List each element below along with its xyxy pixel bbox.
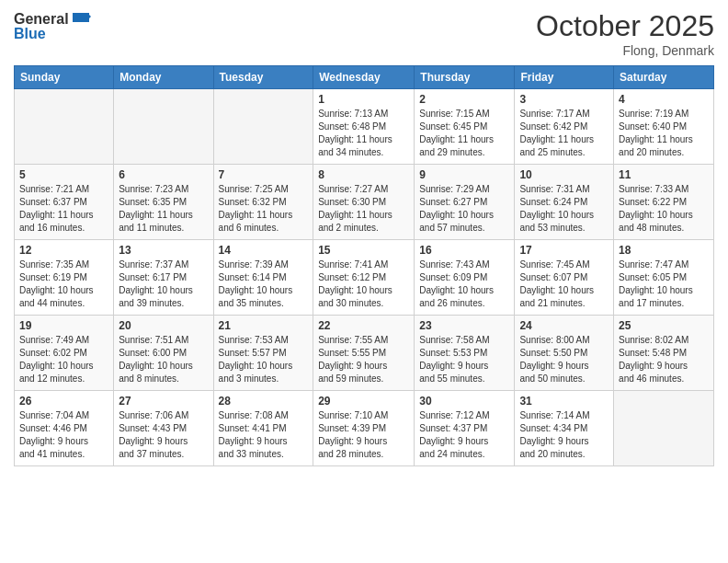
col-tuesday: Tuesday bbox=[213, 66, 313, 89]
calendar-cell-0-2 bbox=[213, 89, 313, 165]
col-monday: Monday bbox=[114, 66, 213, 89]
calendar-cell-1-5: 10Sunrise: 7:31 AM Sunset: 6:24 PM Dayli… bbox=[515, 165, 614, 240]
day-number: 16 bbox=[419, 244, 509, 257]
week-row-1: 1Sunrise: 7:13 AM Sunset: 6:48 PM Daylig… bbox=[15, 89, 714, 165]
calendar-cell-0-0 bbox=[15, 89, 114, 165]
day-number: 11 bbox=[619, 168, 709, 181]
calendar-cell-2-6: 18Sunrise: 7:47 AM Sunset: 6:05 PM Dayli… bbox=[614, 240, 714, 316]
col-thursday: Thursday bbox=[415, 66, 515, 89]
calendar-cell-4-6 bbox=[614, 391, 714, 466]
day-info: Sunrise: 8:02 AM Sunset: 5:48 PM Dayligh… bbox=[619, 334, 709, 385]
calendar-cell-2-3: 15Sunrise: 7:41 AM Sunset: 6:12 PM Dayli… bbox=[313, 240, 415, 316]
day-info: Sunrise: 7:35 AM Sunset: 6:19 PM Dayligh… bbox=[19, 259, 108, 310]
day-info: Sunrise: 7:47 AM Sunset: 6:05 PM Dayligh… bbox=[619, 259, 709, 310]
day-number: 30 bbox=[419, 395, 509, 408]
day-number: 3 bbox=[519, 93, 609, 106]
logo: General Blue bbox=[14, 9, 91, 42]
day-number: 8 bbox=[318, 168, 409, 181]
header: General Blue October 2025 Flong, Denmark bbox=[14, 9, 714, 58]
day-info: Sunrise: 7:51 AM Sunset: 6:00 PM Dayligh… bbox=[119, 334, 208, 385]
day-info: Sunrise: 7:15 AM Sunset: 6:45 PM Dayligh… bbox=[419, 108, 509, 159]
day-number: 5 bbox=[19, 168, 108, 181]
day-info: Sunrise: 7:33 AM Sunset: 6:22 PM Dayligh… bbox=[619, 183, 709, 235]
day-info: Sunrise: 7:49 AM Sunset: 6:02 PM Dayligh… bbox=[19, 334, 108, 385]
calendar-cell-0-3: 1Sunrise: 7:13 AM Sunset: 6:48 PM Daylig… bbox=[313, 89, 415, 165]
day-number: 31 bbox=[519, 395, 609, 408]
day-number: 29 bbox=[318, 395, 409, 408]
calendar-cell-2-2: 14Sunrise: 7:39 AM Sunset: 6:14 PM Dayli… bbox=[213, 240, 313, 316]
col-saturday: Saturday bbox=[614, 66, 714, 89]
calendar-table: Sunday Monday Tuesday Wednesday Thursday… bbox=[14, 65, 714, 466]
calendar-cell-1-3: 8Sunrise: 7:27 AM Sunset: 6:30 PM Daylig… bbox=[313, 165, 415, 240]
location: Flong, Denmark bbox=[536, 43, 714, 58]
day-info: Sunrise: 7:27 AM Sunset: 6:30 PM Dayligh… bbox=[318, 183, 409, 235]
col-friday: Friday bbox=[515, 66, 614, 89]
calendar-cell-4-4: 30Sunrise: 7:12 AM Sunset: 4:37 PM Dayli… bbox=[415, 391, 515, 466]
calendar-cell-4-2: 28Sunrise: 7:08 AM Sunset: 4:41 PM Dayli… bbox=[213, 391, 313, 466]
day-info: Sunrise: 7:58 AM Sunset: 5:53 PM Dayligh… bbox=[419, 334, 509, 385]
day-info: Sunrise: 7:29 AM Sunset: 6:27 PM Dayligh… bbox=[419, 183, 509, 235]
day-info: Sunrise: 7:06 AM Sunset: 4:43 PM Dayligh… bbox=[119, 409, 208, 461]
day-info: Sunrise: 7:10 AM Sunset: 4:39 PM Dayligh… bbox=[318, 409, 409, 461]
calendar-cell-0-1 bbox=[114, 89, 213, 165]
day-number: 22 bbox=[318, 319, 409, 332]
calendar-cell-3-6: 25Sunrise: 8:02 AM Sunset: 5:48 PM Dayli… bbox=[614, 316, 714, 391]
calendar-cell-1-0: 5Sunrise: 7:21 AM Sunset: 6:37 PM Daylig… bbox=[15, 165, 114, 240]
day-number: 21 bbox=[219, 319, 309, 332]
calendar-cell-4-5: 31Sunrise: 7:14 AM Sunset: 4:34 PM Dayli… bbox=[515, 391, 614, 466]
calendar-cell-1-2: 7Sunrise: 7:25 AM Sunset: 6:32 PM Daylig… bbox=[213, 165, 313, 240]
calendar-cell-4-1: 27Sunrise: 7:06 AM Sunset: 4:43 PM Dayli… bbox=[114, 391, 213, 466]
day-info: Sunrise: 8:00 AM Sunset: 5:50 PM Dayligh… bbox=[519, 334, 609, 385]
day-number: 23 bbox=[419, 319, 509, 332]
day-number: 13 bbox=[119, 244, 208, 257]
week-row-5: 26Sunrise: 7:04 AM Sunset: 4:46 PM Dayli… bbox=[15, 391, 714, 466]
calendar-cell-3-5: 24Sunrise: 8:00 AM Sunset: 5:50 PM Dayli… bbox=[515, 316, 614, 391]
day-number: 26 bbox=[19, 395, 108, 408]
day-info: Sunrise: 7:14 AM Sunset: 4:34 PM Dayligh… bbox=[519, 409, 609, 461]
day-info: Sunrise: 7:21 AM Sunset: 6:37 PM Dayligh… bbox=[19, 183, 108, 235]
calendar-cell-3-2: 21Sunrise: 7:53 AM Sunset: 5:57 PM Dayli… bbox=[213, 316, 313, 391]
calendar-cell-3-0: 19Sunrise: 7:49 AM Sunset: 6:02 PM Dayli… bbox=[15, 316, 114, 391]
calendar-cell-4-3: 29Sunrise: 7:10 AM Sunset: 4:39 PM Dayli… bbox=[313, 391, 415, 466]
week-row-4: 19Sunrise: 7:49 AM Sunset: 6:02 PM Dayli… bbox=[15, 316, 714, 391]
calendar-cell-0-6: 4Sunrise: 7:19 AM Sunset: 6:40 PM Daylig… bbox=[614, 89, 714, 165]
day-info: Sunrise: 7:19 AM Sunset: 6:40 PM Dayligh… bbox=[619, 108, 709, 159]
day-info: Sunrise: 7:12 AM Sunset: 4:37 PM Dayligh… bbox=[419, 409, 509, 461]
calendar-cell-1-4: 9Sunrise: 7:29 AM Sunset: 6:27 PM Daylig… bbox=[415, 165, 515, 240]
day-info: Sunrise: 7:08 AM Sunset: 4:41 PM Dayligh… bbox=[219, 409, 309, 461]
col-wednesday: Wednesday bbox=[313, 66, 415, 89]
day-info: Sunrise: 7:13 AM Sunset: 6:48 PM Dayligh… bbox=[318, 108, 409, 159]
title-section: October 2025 Flong, Denmark bbox=[536, 9, 714, 58]
week-row-2: 5Sunrise: 7:21 AM Sunset: 6:37 PM Daylig… bbox=[15, 165, 714, 240]
day-number: 28 bbox=[219, 395, 309, 408]
day-info: Sunrise: 7:37 AM Sunset: 6:17 PM Dayligh… bbox=[119, 259, 208, 310]
calendar-cell-4-0: 26Sunrise: 7:04 AM Sunset: 4:46 PM Dayli… bbox=[15, 391, 114, 466]
day-number: 27 bbox=[119, 395, 208, 408]
day-number: 2 bbox=[419, 93, 509, 106]
calendar-cell-0-4: 2Sunrise: 7:15 AM Sunset: 6:45 PM Daylig… bbox=[415, 89, 515, 165]
day-number: 4 bbox=[619, 93, 709, 106]
day-info: Sunrise: 7:53 AM Sunset: 5:57 PM Dayligh… bbox=[219, 334, 309, 385]
day-info: Sunrise: 7:45 AM Sunset: 6:07 PM Dayligh… bbox=[519, 259, 609, 310]
day-info: Sunrise: 7:41 AM Sunset: 6:12 PM Dayligh… bbox=[318, 259, 409, 310]
calendar-cell-1-6: 11Sunrise: 7:33 AM Sunset: 6:22 PM Dayli… bbox=[614, 165, 714, 240]
calendar-cell-0-5: 3Sunrise: 7:17 AM Sunset: 6:42 PM Daylig… bbox=[515, 89, 614, 165]
day-info: Sunrise: 7:43 AM Sunset: 6:09 PM Dayligh… bbox=[419, 259, 509, 310]
day-info: Sunrise: 7:25 AM Sunset: 6:32 PM Dayligh… bbox=[219, 183, 309, 235]
day-number: 14 bbox=[219, 244, 309, 257]
day-info: Sunrise: 7:39 AM Sunset: 6:14 PM Dayligh… bbox=[219, 259, 309, 310]
day-number: 18 bbox=[619, 244, 709, 257]
day-number: 15 bbox=[318, 244, 409, 257]
day-number: 12 bbox=[19, 244, 108, 257]
week-row-3: 12Sunrise: 7:35 AM Sunset: 6:19 PM Dayli… bbox=[15, 240, 714, 316]
day-number: 10 bbox=[519, 168, 609, 181]
calendar-cell-1-1: 6Sunrise: 7:23 AM Sunset: 6:35 PM Daylig… bbox=[114, 165, 213, 240]
calendar-cell-2-5: 17Sunrise: 7:45 AM Sunset: 6:07 PM Dayli… bbox=[515, 240, 614, 316]
day-number: 7 bbox=[219, 168, 309, 181]
day-info: Sunrise: 7:31 AM Sunset: 6:24 PM Dayligh… bbox=[519, 183, 609, 235]
day-number: 25 bbox=[619, 319, 709, 332]
header-row: Sunday Monday Tuesday Wednesday Thursday… bbox=[15, 66, 714, 89]
logo-icon bbox=[71, 9, 91, 29]
calendar-cell-3-3: 22Sunrise: 7:55 AM Sunset: 5:55 PM Dayli… bbox=[313, 316, 415, 391]
day-info: Sunrise: 7:55 AM Sunset: 5:55 PM Dayligh… bbox=[318, 334, 409, 385]
